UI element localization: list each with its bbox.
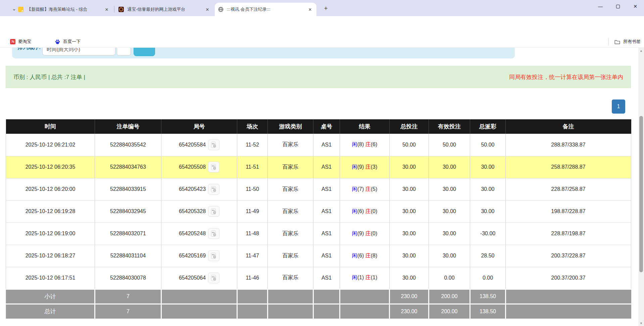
total-bet-link[interactable]: 30.00 xyxy=(390,156,429,178)
round-id: 654205423 xyxy=(179,186,206,192)
bet-row: 2025-10-12 06:19:28522884032945654205328… xyxy=(6,200,631,222)
player-points: (6) xyxy=(357,208,364,214)
new-tab-button[interactable]: + xyxy=(321,4,330,13)
session: 11-52 xyxy=(237,134,268,156)
scrollbar-thumb[interactable] xyxy=(639,116,643,272)
footer-label: 总计 xyxy=(6,304,95,319)
result-cell: 闲(9) 庄(3) xyxy=(340,156,390,178)
player-label: 闲 xyxy=(352,231,357,236)
payout: 30.00 xyxy=(470,178,506,200)
footer-value: 7 xyxy=(95,289,161,304)
tab-close-icon[interactable]: ✕ xyxy=(104,6,110,12)
bookmark-baidu[interactable]: 百度一下 xyxy=(55,37,81,46)
total-bet-link[interactable]: 30.00 xyxy=(390,222,429,245)
browser-tab-3[interactable]: :::视讯 会员下注纪录:::✕ xyxy=(215,3,316,16)
table-number: AS1 xyxy=(313,200,340,222)
summary-bar: 币别 : 人民币 | 总共 :7 注单 | 同局有效投注，统一计算在该局第一张注… xyxy=(6,66,631,88)
banker-points: (1) xyxy=(371,275,378,280)
tab-close-icon[interactable]: ✕ xyxy=(307,6,313,12)
bet-time: 2025-10-12 06:20:00 xyxy=(6,178,95,200)
video-replay-icon[interactable] xyxy=(208,162,219,172)
browser-tab-1[interactable]: 【新提醒】海燕策略论坛 - 综合✕ xyxy=(15,3,113,16)
video-replay-icon[interactable] xyxy=(208,273,219,283)
all-bookmarks[interactable]: 所有书签 xyxy=(608,37,641,46)
scroll-up-icon[interactable]: ▲ xyxy=(638,48,644,53)
bet-time: 2025-10-12 06:19:00 xyxy=(6,222,95,245)
minimize-button[interactable]: — xyxy=(592,0,609,13)
table-number: AS1 xyxy=(313,267,340,289)
balance-note: 198.87/228.87 xyxy=(506,200,631,222)
footer-value xyxy=(313,289,340,304)
bookmark-aitaobao[interactable]: 淘 爱淘宝 xyxy=(10,37,31,46)
valid-bet: 30.00 xyxy=(429,178,470,200)
session: 11-49 xyxy=(237,200,268,222)
video-replay-icon[interactable] xyxy=(208,206,219,217)
result-cell: 闲(8) 庄(6) xyxy=(340,134,390,156)
player-points: (1) xyxy=(357,275,364,280)
footer-value xyxy=(268,289,313,304)
total-bet-link[interactable]: 30.00 xyxy=(390,178,429,200)
video-replay-icon[interactable] xyxy=(208,139,219,150)
valid-bet-notice: 同局有效投注，统一计算在该局第一张注单内 xyxy=(509,73,623,81)
player-points: (8) xyxy=(357,141,364,147)
banker-points: (0) xyxy=(371,208,378,214)
payout: 28.50 xyxy=(470,245,506,267)
search-submit-button[interactable] xyxy=(134,48,155,56)
result-cell: 闲(1) 庄(1) xyxy=(340,267,390,289)
footer-value xyxy=(313,304,340,319)
player-points: (6) xyxy=(357,253,364,258)
bet-row: 2025-10-12 06:18:27522884031104654205169… xyxy=(6,245,631,267)
player-label: 闲 xyxy=(352,253,357,258)
grand-total-row: 总计7230.00200.00138.50 xyxy=(6,304,631,319)
maximize-button[interactable] xyxy=(609,0,627,13)
bet-records-table: 时间注单编号局号场次游戏类别桌号结果总投注有效投注总派彩备注 2025-10-1… xyxy=(6,119,631,319)
total-bet-link[interactable]: 30.00 xyxy=(390,200,429,222)
footer-value xyxy=(506,304,631,319)
session: 11-50 xyxy=(237,178,268,200)
scroll-down-icon[interactable]: ▼ xyxy=(638,320,644,326)
close-button[interactable]: ✕ xyxy=(627,0,644,13)
browser-toolbar: ← → ↻ ⌂ dongshouji.com/ipl/portal.php/ga… xyxy=(0,16,644,36)
video-replay-icon[interactable] xyxy=(208,184,219,195)
banker-label: 庄 xyxy=(365,141,371,147)
bet-id: 522884035542 xyxy=(95,134,161,156)
globe-icon xyxy=(218,7,224,12)
session: 11-46 xyxy=(237,267,268,289)
sort-order-input[interactable]: 时间(由大到小) xyxy=(42,48,115,55)
video-replay-icon[interactable] xyxy=(208,228,219,239)
round-cell: 654205248 xyxy=(161,222,237,245)
video-replay-icon[interactable] xyxy=(208,250,219,261)
sort-direction-select[interactable] xyxy=(117,48,131,55)
round-cell: 654205423 xyxy=(161,178,237,200)
session: 11-47 xyxy=(237,245,268,267)
bet-id: 522884034763 xyxy=(95,156,161,178)
balance-note: 200.37/228.87 xyxy=(506,245,631,267)
banker-label: 庄 xyxy=(365,164,371,170)
total-bet-link[interactable]: 30.00 xyxy=(390,267,429,289)
payout: -30.00 xyxy=(470,222,506,245)
total-bet-link[interactable]: 50.00 xyxy=(390,134,429,156)
bet-row: 2025-10-12 06:17:51522884030078654205064… xyxy=(6,267,631,289)
valid-bet: 50.00 xyxy=(429,134,470,156)
banker-points: (3) xyxy=(371,164,378,170)
footer-value: 138.50 xyxy=(470,304,506,319)
tab-title: 【新提醒】海燕策略论坛 - 综合 xyxy=(27,6,100,12)
session: 11-51 xyxy=(237,156,268,178)
browser-tab-2[interactable]: 通宝-信誉最好的网上游戏平台✕ xyxy=(115,3,214,16)
column-header: 桌号 xyxy=(313,119,340,134)
page-scrollbar[interactable]: ▲ ▼ xyxy=(638,48,644,326)
total-bet-link[interactable]: 30.00 xyxy=(390,245,429,267)
footer-value: 138.50 xyxy=(470,289,506,304)
tab-close-icon[interactable]: ✕ xyxy=(204,6,210,12)
bet-time: 2025-10-12 06:21:02 xyxy=(6,134,95,156)
bet-row: 2025-10-12 06:20:00522884033915654205423… xyxy=(6,178,631,200)
column-header: 备注 xyxy=(506,119,631,134)
bookmarks-bar: 淘 爱淘宝 百度一下 所有书签 xyxy=(0,36,644,48)
pagination-page-1-button[interactable]: 1 xyxy=(612,99,625,114)
banker-label: 庄 xyxy=(365,275,371,280)
table-number: AS1 xyxy=(313,178,340,200)
valid-bet: 0.00 xyxy=(429,267,470,289)
tab-divider xyxy=(114,6,114,12)
round-id: 654205328 xyxy=(179,208,206,214)
result-cell: 闲(6) 庄(0) xyxy=(340,200,390,222)
